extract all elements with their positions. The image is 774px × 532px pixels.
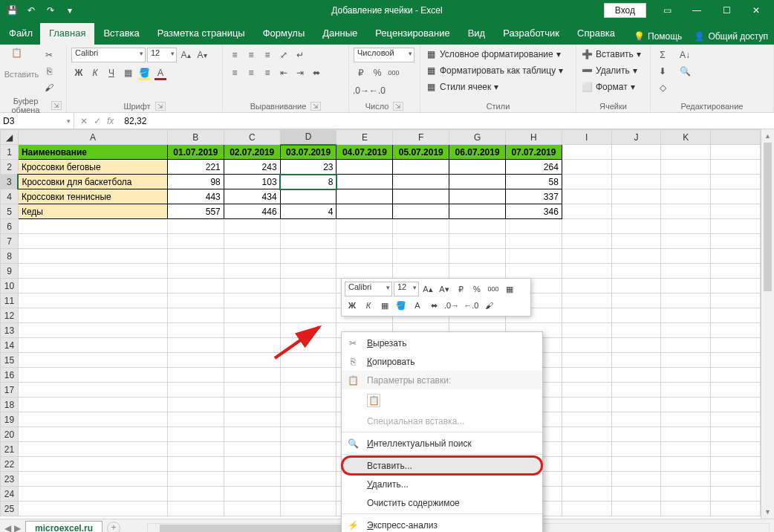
sheet-nav[interactable]: ◀▶ xyxy=(4,523,21,533)
cell[interactable] xyxy=(661,457,711,472)
col-header[interactable]: K xyxy=(661,130,711,145)
cell[interactable] xyxy=(562,204,611,219)
cell[interactable] xyxy=(562,383,611,398)
cell[interactable] xyxy=(167,264,224,279)
cell[interactable]: 03.07.2019 xyxy=(280,145,336,160)
col-header[interactable] xyxy=(711,130,761,145)
row-header[interactable]: 7 xyxy=(1,234,19,249)
cell[interactable] xyxy=(611,427,661,442)
cell[interactable] xyxy=(711,189,761,204)
cell[interactable] xyxy=(562,160,611,175)
cell[interactable]: 434 xyxy=(224,189,280,204)
find-select-icon[interactable]: 🔍 xyxy=(677,64,692,79)
cell[interactable] xyxy=(336,175,393,189)
cell[interactable]: 446 xyxy=(224,204,280,219)
tab-home[interactable]: Главная xyxy=(40,23,94,45)
row-header[interactable]: 13 xyxy=(1,323,19,338)
cell[interactable] xyxy=(562,472,611,487)
row-header[interactable]: 25 xyxy=(1,502,19,516)
cell[interactable] xyxy=(562,442,611,457)
cell[interactable] xyxy=(224,472,280,487)
format-painter-icon[interactable]: 🖌 xyxy=(42,80,56,95)
cell[interactable] xyxy=(611,249,661,264)
bold-button[interactable]: Ж xyxy=(71,65,86,80)
underline-button[interactable]: Ч xyxy=(104,65,119,80)
cell[interactable] xyxy=(18,353,167,368)
cell[interactable] xyxy=(711,219,761,234)
cell[interactable] xyxy=(224,383,280,398)
mini-dec-dec-icon[interactable]: ←.0 xyxy=(462,298,480,313)
cell[interactable] xyxy=(167,308,224,323)
scroll-thumb[interactable] xyxy=(764,143,772,291)
cell[interactable] xyxy=(167,487,224,502)
clipboard-launcher[interactable]: ⇲ xyxy=(51,101,62,110)
cell[interactable]: 4 xyxy=(280,204,336,219)
cell[interactable] xyxy=(167,412,224,427)
cell[interactable] xyxy=(18,457,167,472)
cell[interactable] xyxy=(449,160,506,175)
menu-delete[interactable]: Удалить... xyxy=(342,475,542,493)
cell[interactable] xyxy=(711,145,761,160)
cell[interactable] xyxy=(711,412,761,427)
fill-icon[interactable]: ⬇ xyxy=(655,64,670,79)
cell[interactable] xyxy=(18,472,167,487)
col-header[interactable]: E xyxy=(336,130,393,145)
row-header[interactable]: 12 xyxy=(1,308,19,323)
cell[interactable] xyxy=(506,264,562,279)
insert-cells[interactable]: ➕Вставить ▾ xyxy=(581,48,641,61)
sort-filter-icon[interactable]: A↓ xyxy=(677,48,692,62)
cell[interactable]: Кроссовки беговые xyxy=(18,160,167,175)
cell[interactable]: Кеды xyxy=(18,204,167,219)
cell[interactable] xyxy=(224,502,280,516)
cell[interactable]: 05.07.2019 xyxy=(393,145,449,160)
cell[interactable] xyxy=(711,175,761,189)
decrease-decimal-icon[interactable]: ←.0 xyxy=(370,83,385,98)
cell[interactable] xyxy=(611,160,661,175)
cell[interactable] xyxy=(393,234,449,249)
cell[interactable] xyxy=(711,398,761,412)
cell[interactable] xyxy=(224,308,280,323)
cell[interactable] xyxy=(661,189,711,204)
cell[interactable] xyxy=(711,204,761,219)
cell[interactable] xyxy=(280,398,336,412)
cell[interactable] xyxy=(562,398,611,412)
cell[interactable] xyxy=(562,457,611,472)
row-header[interactable]: 11 xyxy=(1,293,19,308)
row-header[interactable]: 6 xyxy=(1,219,19,234)
col-header[interactable]: H xyxy=(506,130,562,145)
cell[interactable] xyxy=(611,204,661,219)
increase-font-icon[interactable]: A▴ xyxy=(178,48,193,62)
cell[interactable] xyxy=(280,412,336,427)
cell[interactable] xyxy=(661,502,711,516)
mini-font[interactable]: Calibri xyxy=(345,282,392,296)
cell[interactable] xyxy=(393,160,449,175)
copy-icon[interactable]: ⎘ xyxy=(42,64,56,79)
cell[interactable] xyxy=(562,249,611,264)
cell[interactable] xyxy=(167,442,224,457)
cell[interactable] xyxy=(661,412,711,427)
tab-review[interactable]: Рецензирование xyxy=(366,23,458,45)
cell[interactable] xyxy=(449,249,506,264)
cell[interactable] xyxy=(280,487,336,502)
cell[interactable] xyxy=(224,368,280,383)
mini-increase-font-icon[interactable]: A▴ xyxy=(420,282,435,296)
cell[interactable] xyxy=(562,338,611,353)
mini-format-painter-icon[interactable]: 🖌 xyxy=(481,298,496,313)
cell[interactable] xyxy=(336,264,393,279)
col-header[interactable]: B xyxy=(167,130,224,145)
cell[interactable] xyxy=(661,487,711,502)
cell[interactable] xyxy=(167,383,224,398)
row-header[interactable]: 4 xyxy=(1,189,19,204)
col-header[interactable]: C xyxy=(224,130,280,145)
cell[interactable] xyxy=(711,457,761,472)
cell[interactable] xyxy=(711,487,761,502)
menu-copy[interactable]: ⎘Копировать xyxy=(342,352,542,371)
menu-quick-analysis[interactable]: ⚡Экспресс-анализ xyxy=(342,516,542,532)
cell[interactable]: 346 xyxy=(506,204,562,219)
mini-comma-icon[interactable]: 000 xyxy=(486,282,501,296)
cell[interactable] xyxy=(562,323,611,338)
cell[interactable] xyxy=(224,264,280,279)
merge-icon[interactable]: ⬌ xyxy=(309,65,324,80)
save-button[interactable]: 💾 xyxy=(3,2,21,19)
cell[interactable] xyxy=(711,323,761,338)
